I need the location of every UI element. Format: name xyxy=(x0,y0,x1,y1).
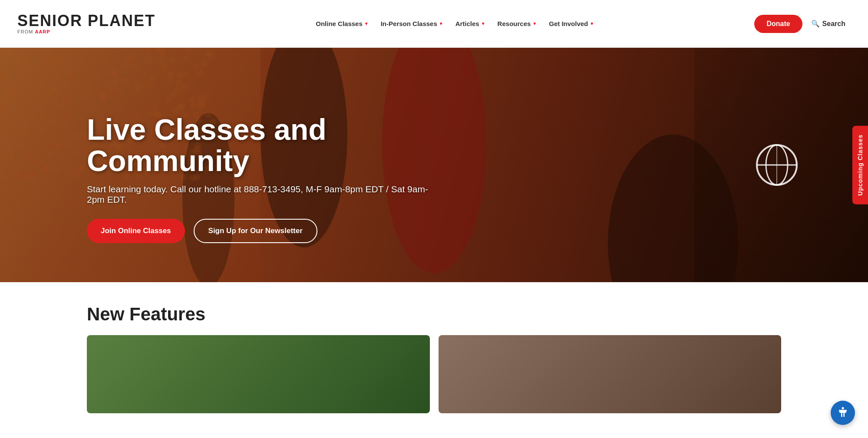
logo[interactable]: SENIOR PLANET FROM AARP xyxy=(17,13,155,34)
chevron-down-icon: ▼ xyxy=(590,21,594,26)
new-features-section: New Features xyxy=(0,282,868,426)
sign-up-newsletter-button[interactable]: Sign Up for Our Newsletter xyxy=(194,219,317,243)
join-online-classes-button[interactable]: Join Online Classes xyxy=(87,219,185,243)
hero-content: Live Classes and Community Start learnin… xyxy=(87,114,434,243)
accessibility-icon xyxy=(836,406,850,420)
chevron-down-icon: ▼ xyxy=(481,21,485,26)
search-button[interactable]: 🔍 Search xyxy=(806,16,851,31)
logo-text: SENIOR PLANET xyxy=(17,13,155,29)
accessibility-button[interactable] xyxy=(831,401,855,425)
nav-in-person-classes[interactable]: In-Person Classes ▼ xyxy=(376,16,449,31)
new-features-title: New Features xyxy=(87,304,781,325)
chevron-down-icon: ▼ xyxy=(439,21,443,26)
upcoming-classes-tab[interactable]: Upcoming Classes xyxy=(852,125,868,204)
donate-button[interactable]: Donate xyxy=(754,15,802,33)
thumbnail-1 xyxy=(87,335,430,413)
chevron-down-icon: ▼ xyxy=(364,21,369,26)
hero-section: Live Classes and Community Start learnin… xyxy=(0,48,868,282)
thumbnail-2 xyxy=(439,335,782,413)
thumbnails-row xyxy=(87,335,781,413)
nav-articles[interactable]: Articles ▼ xyxy=(450,16,491,31)
hero-buttons: Join Online Classes Sign Up for Our News… xyxy=(87,219,434,243)
chevron-down-icon: ▼ xyxy=(532,21,537,26)
site-header: SENIOR PLANET FROM AARP Online Classes ▼… xyxy=(0,0,868,48)
hero-title: Live Classes and Community xyxy=(87,114,434,176)
hero-subtitle: Start learning today. Call our hotline a… xyxy=(87,184,434,205)
nav-online-classes[interactable]: Online Classes ▼ xyxy=(310,16,373,31)
svg-point-4 xyxy=(842,407,844,409)
header-actions: Donate 🔍 Search xyxy=(754,15,851,33)
logo-from: FROM AARP xyxy=(17,30,155,34)
main-nav: Online Classes ▼ In-Person Classes ▼ Art… xyxy=(310,16,599,31)
nav-get-involved[interactable]: Get Involved ▼ xyxy=(544,16,599,31)
search-icon: 🔍 xyxy=(811,20,820,28)
hero-logo-watermark xyxy=(755,143,799,187)
nav-resources[interactable]: Resources ▼ xyxy=(492,16,542,31)
